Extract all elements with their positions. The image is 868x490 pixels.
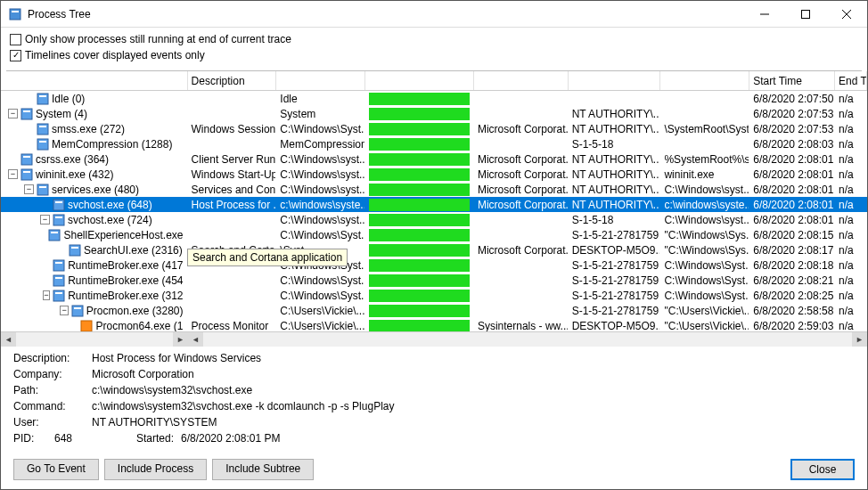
tree-cell[interactable]: −System (4) bbox=[1, 106, 188, 121]
include-process-button[interactable]: Include Process bbox=[104, 459, 207, 480]
col-start-time-header[interactable]: Start Time bbox=[749, 71, 835, 90]
tree-cell[interactable]: Idle (0) bbox=[1, 91, 188, 106]
col-tree-header[interactable] bbox=[1, 71, 188, 90]
command-cell: C:\Windows\Syst... bbox=[660, 288, 749, 303]
tree-grid: Description Start Time End Tim Idle (0)I… bbox=[1, 71, 867, 347]
process-icon bbox=[69, 244, 81, 257]
go-to-event-button[interactable]: Go To Event bbox=[13, 459, 99, 480]
table-row[interactable]: ShellExperienceHost.exeC:\Windows\Syst..… bbox=[1, 227, 867, 242]
svg-rect-16 bbox=[21, 169, 32, 180]
image-path-cell: Idle bbox=[276, 91, 365, 106]
table-row[interactable]: csrss.exe (364)Client Server Runt...C:\W… bbox=[1, 151, 867, 167]
col-description-header[interactable]: Description bbox=[188, 71, 277, 90]
timelines-checkbox[interactable] bbox=[10, 50, 21, 61]
start-time-cell: 6/8/2020 2:08:01... bbox=[749, 182, 835, 197]
process-icon bbox=[53, 199, 65, 211]
table-row[interactable]: MemCompression (1288)MemCompressionS-1-5… bbox=[1, 136, 867, 151]
timelines-checkbox-row[interactable]: Timelines cover displayed events only bbox=[10, 47, 858, 63]
grid-hscroll[interactable]: ◄ ► bbox=[188, 332, 867, 347]
tree-cell[interactable]: −svchost.exe (724) bbox=[1, 212, 188, 227]
svg-rect-23 bbox=[55, 216, 62, 218]
collapse-icon[interactable]: − bbox=[43, 290, 51, 300]
image-path-cell: System bbox=[276, 106, 365, 121]
collapse-icon[interactable]: − bbox=[24, 184, 34, 194]
maximize-button[interactable] bbox=[785, 1, 826, 27]
table-row[interactable]: Procmon64.exe (1Process MonitorC:\Users\… bbox=[1, 318, 867, 331]
user-cell: S-1-5-21-2781759... bbox=[569, 257, 661, 273]
process-name: Procmon64.exe (1 bbox=[95, 320, 183, 332]
tree-cell[interactable]: SearchUI.exe (2316) bbox=[1, 242, 188, 257]
tree-cell[interactable]: csrss.exe (364) bbox=[1, 151, 188, 167]
table-row[interactable]: −svchost.exe (724)C:\Windows\syst...S-1-… bbox=[1, 212, 867, 227]
tree-cell[interactable]: −Procmon.exe (3280) bbox=[1, 303, 188, 318]
life-time-cell bbox=[365, 227, 474, 242]
scroll-left-icon[interactable]: ◄ bbox=[1, 332, 16, 347]
tree-cell[interactable]: RuntimeBroker.exe (454 bbox=[1, 273, 188, 288]
process-icon bbox=[53, 274, 65, 287]
scroll-left-icon[interactable]: ◄ bbox=[188, 332, 203, 347]
col-company-header[interactable] bbox=[474, 71, 569, 90]
tree-cell[interactable]: smss.exe (272) bbox=[1, 121, 188, 136]
tree-cell[interactable]: Procmon64.exe (1 bbox=[1, 318, 188, 331]
scroll-right-icon[interactable]: ► bbox=[852, 332, 867, 347]
collapse-icon[interactable]: − bbox=[40, 215, 50, 225]
table-row[interactable]: −RuntimeBroker.exe (312C:\Windows\Syst..… bbox=[1, 288, 867, 303]
tree-cell[interactable]: svchost.exe (648) bbox=[1, 197, 188, 212]
table-row[interactable]: −System (4)SystemNT AUTHORITY\...6/8/202… bbox=[1, 106, 867, 121]
tree-cell[interactable]: −RuntimeBroker.exe (312 bbox=[1, 288, 188, 303]
company-cell: Sysinternals - ww... bbox=[474, 318, 569, 331]
scroll-right-icon[interactable]: ► bbox=[173, 332, 188, 347]
image-path-cell: C:\Users\Vickie\... bbox=[276, 303, 365, 318]
table-row[interactable]: −services.exe (480)Services and Cont...C… bbox=[1, 182, 867, 197]
process-icon bbox=[53, 214, 65, 226]
command-cell: C:\Windows\Syst... bbox=[660, 273, 749, 288]
tree-cell[interactable]: RuntimeBroker.exe (417 bbox=[1, 257, 188, 273]
col-image-path-header[interactable] bbox=[276, 71, 365, 90]
scroll-track[interactable] bbox=[203, 332, 852, 347]
close-button[interactable]: Close bbox=[790, 459, 855, 480]
only-running-checkbox[interactable] bbox=[10, 34, 21, 45]
scroll-track[interactable] bbox=[16, 332, 173, 347]
tree-cell[interactable]: MemCompression (1288) bbox=[1, 136, 188, 151]
collapse-icon[interactable]: − bbox=[60, 306, 68, 315]
only-running-checkbox-row[interactable]: Only show processes still running at end… bbox=[10, 31, 858, 47]
grid-body[interactable]: Idle (0)Idle6/8/2020 2:07:50...n/a−Syste… bbox=[1, 91, 867, 331]
close-window-button[interactable] bbox=[826, 1, 867, 27]
table-row[interactable]: SearchUI.exe (2316)Search and Cortana ap… bbox=[1, 242, 867, 257]
process-icon bbox=[20, 168, 33, 181]
user-cell: NT AUTHORITY\... bbox=[569, 182, 661, 197]
titlebar: Process Tree bbox=[1, 1, 867, 28]
table-row[interactable]: −wininit.exe (432)Windows Start-Up...C:\… bbox=[1, 167, 867, 182]
table-row[interactable]: RuntimeBroker.exe (417C:\Windows\Syst...… bbox=[1, 257, 867, 273]
user-cell: NT AUTHORITY\... bbox=[569, 121, 661, 136]
col-life-time-header[interactable] bbox=[365, 71, 474, 90]
include-subtree-button[interactable]: Include Subtree bbox=[212, 459, 314, 480]
svg-rect-3 bbox=[802, 10, 810, 18]
tree-cell[interactable]: ShellExperienceHost.exe bbox=[1, 227, 188, 242]
command-cell: \SystemRoot\Syst... bbox=[660, 121, 749, 136]
end-time-cell: n/a bbox=[835, 273, 867, 288]
table-row[interactable]: −Procmon.exe (3280)C:\Users\Vickie\...S-… bbox=[1, 303, 867, 318]
process-name: wininit.exe (432) bbox=[36, 168, 113, 181]
collapse-icon[interactable]: − bbox=[8, 169, 18, 179]
company-cell bbox=[474, 273, 569, 288]
col-end-time-header[interactable]: End Tim bbox=[835, 71, 867, 90]
minimize-button[interactable] bbox=[744, 1, 785, 27]
start-time-cell: 6/8/2020 2:08:01... bbox=[749, 212, 835, 227]
table-row[interactable]: Idle (0)Idle6/8/2020 2:07:50...n/a bbox=[1, 91, 867, 106]
col-command-header[interactable] bbox=[660, 71, 749, 90]
tree-cell[interactable]: −services.exe (480) bbox=[1, 182, 188, 197]
col-user-header[interactable] bbox=[569, 71, 661, 90]
svg-rect-11 bbox=[39, 126, 46, 127]
table-row[interactable]: RuntimeBroker.exe (454C:\Windows\Syst...… bbox=[1, 273, 867, 288]
tree-hscroll[interactable]: ◄ ► bbox=[1, 332, 188, 347]
svg-rect-10 bbox=[37, 124, 48, 135]
table-row[interactable]: svchost.exe (648)Host Process for ...c:\… bbox=[1, 197, 867, 212]
table-row[interactable]: smss.exe (272)Windows Session ...C:\Wind… bbox=[1, 121, 867, 136]
collapse-icon[interactable]: − bbox=[8, 109, 18, 118]
tree-cell[interactable]: −wininit.exe (432) bbox=[1, 167, 188, 182]
detail-user-value: NT AUTHORITY\SYSTEM bbox=[92, 416, 217, 432]
end-time-cell: n/a bbox=[835, 242, 867, 257]
svg-rect-1 bbox=[12, 11, 19, 12]
button-bar: Go To Event Include Process Include Subt… bbox=[1, 452, 867, 489]
